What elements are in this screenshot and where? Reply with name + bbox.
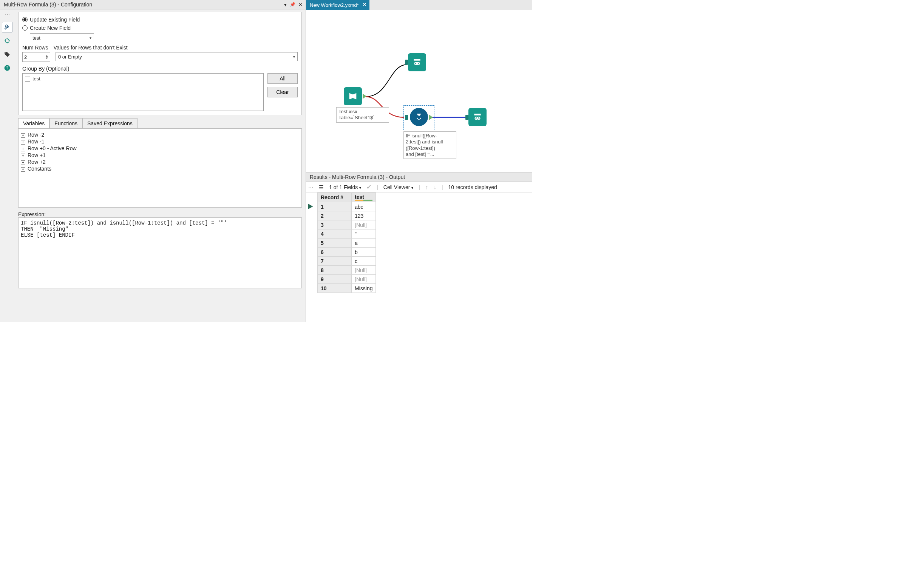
all-button[interactable]: All <box>267 73 298 84</box>
cell-value[interactable]: " <box>352 229 376 239</box>
numrows-label: Num Rows <box>22 45 48 51</box>
dropdown-icon[interactable]: ▾ <box>284 2 287 8</box>
multirow-formula-tool[interactable] <box>410 108 428 126</box>
results-table[interactable]: Record # test 1abc21233[Null]4"5a6b7c8[N… <box>317 192 376 293</box>
results-title: Results - Multi-Row Formula (3) - Output <box>306 172 532 182</box>
multirow-tool-label: IF isnull([Row- 2:test]) and isnull ([Ro… <box>403 131 456 159</box>
expression-editor[interactable]: IF isnull([Row-2:test]) and isnull([Row-… <box>18 217 302 288</box>
column-header-record[interactable]: Record # <box>318 193 352 202</box>
cell-value[interactable]: a <box>352 239 376 248</box>
expression-label: Expression: <box>18 211 302 217</box>
anchor-in-icon <box>405 115 408 120</box>
tag-icon[interactable] <box>2 49 12 60</box>
close-tab-icon[interactable]: ✕ <box>363 2 366 7</box>
expand-icon[interactable]: + <box>21 147 25 151</box>
chevron-down-icon: ▾ <box>90 36 91 40</box>
row-number: 9 <box>318 275 352 284</box>
list-icon[interactable]: ☰ <box>319 184 324 190</box>
table-row[interactable]: 7c <box>318 257 376 266</box>
help-icon[interactable]: ? <box>2 63 12 73</box>
tree-node[interactable]: +Row +0 - Active Row <box>21 145 299 151</box>
groupby-item[interactable]: test <box>25 76 261 82</box>
tab-saved-expressions[interactable]: Saved Expressions <box>82 118 138 128</box>
groupby-listbox[interactable]: test <box>22 73 264 111</box>
sort-desc-icon[interactable]: ↓ <box>433 184 436 190</box>
expand-icon[interactable]: + <box>21 140 25 145</box>
cell-value[interactable]: [Null] <box>352 220 376 229</box>
input-tool[interactable] <box>344 87 362 105</box>
table-row[interactable]: 10Missing <box>318 284 376 293</box>
update-existing-radio[interactable]: Update Existing Field <box>22 17 298 23</box>
table-row[interactable]: 6b <box>318 248 376 257</box>
field-dropdown[interactable]: test ▾ <box>30 33 94 42</box>
active-row-icon <box>307 202 315 211</box>
cell-value[interactable]: abc <box>352 202 376 211</box>
table-row[interactable]: 5a <box>318 239 376 248</box>
table-row[interactable]: 1abc <box>318 202 376 211</box>
cell-value[interactable]: 123 <box>352 211 376 220</box>
values-label: Values for Rows that don't Exist <box>53 45 127 51</box>
records-count: 10 records displayed <box>448 184 497 190</box>
table-row[interactable]: 9[Null] <box>318 275 376 284</box>
anchor-out-icon <box>429 115 433 120</box>
table-row[interactable]: 8[Null] <box>318 266 376 275</box>
browse-tool-right[interactable] <box>468 108 487 126</box>
cell-value[interactable]: Missing <box>352 284 376 293</box>
results-toolbar: ⋯ ☰ 1 of 1 Fields ▾ ✔ | Cell Viewer ▾ | … <box>306 182 532 192</box>
tree-node[interactable]: +Constants <box>21 166 299 172</box>
expand-icon[interactable]: + <box>21 167 25 172</box>
anchor-in-icon <box>405 60 408 65</box>
table-row[interactable]: 2123 <box>318 211 376 220</box>
checkbox-icon[interactable] <box>25 77 30 82</box>
row-number: 6 <box>318 248 352 257</box>
cell-viewer-dropdown[interactable]: Cell Viewer ▾ <box>383 184 413 190</box>
create-new-radio[interactable]: Create New Field <box>22 25 298 31</box>
left-toolstrip: ⋯ ? <box>0 9 14 322</box>
svg-text:?: ? <box>6 66 8 70</box>
sort-asc-icon[interactable]: ↑ <box>425 184 428 190</box>
numrows-value: 2 <box>24 54 27 60</box>
variables-tree[interactable]: +Row -2 +Row -1 +Row +0 - Active Row +Ro… <box>18 128 302 208</box>
kebab-icon[interactable]: ⋯ <box>5 12 10 17</box>
cell-value[interactable]: [Null] <box>352 275 376 284</box>
configuration-panel: Multi-Row Formula (3) - Configuration ▾ … <box>0 0 306 322</box>
tree-node[interactable]: +Row +2 <box>21 159 299 165</box>
radio-on-icon <box>22 17 28 22</box>
cell-value[interactable]: c <box>352 257 376 266</box>
tree-node[interactable]: +Row -1 <box>21 139 299 145</box>
expression-tabs: Variables Functions Saved Expressions <box>18 118 302 128</box>
kebab-icon[interactable]: ⋯ <box>308 184 314 190</box>
expand-icon[interactable]: + <box>21 133 25 138</box>
input-tool-label: Test.xlsx Table=`Sheet1$` <box>336 107 389 123</box>
spinner-icon[interactable]: ▲▼ <box>45 54 48 60</box>
table-row[interactable]: 4" <box>318 229 376 239</box>
check-icon[interactable]: ✔ <box>366 183 371 191</box>
fields-dropdown[interactable]: 1 of 1 Fields ▾ <box>329 184 361 190</box>
pin-icon[interactable]: 📌 <box>290 2 295 7</box>
tab-functions[interactable]: Functions <box>49 118 82 128</box>
wrench-icon[interactable] <box>2 22 12 32</box>
tree-node[interactable]: +Row -2 <box>21 132 299 138</box>
column-header-test[interactable]: test <box>352 193 376 202</box>
tab-variables[interactable]: Variables <box>18 118 49 128</box>
values-dropdown-value: 0 or Empty <box>58 54 82 60</box>
row-number: 1 <box>318 202 352 211</box>
tree-node[interactable]: +Row +1 <box>21 152 299 158</box>
row-number: 8 <box>318 266 352 275</box>
cell-value[interactable]: b <box>352 248 376 257</box>
expand-icon[interactable]: + <box>21 160 25 165</box>
document-tab[interactable]: New Workflow2.yxmd* ✕ <box>306 0 369 10</box>
cell-value[interactable]: [Null] <box>352 266 376 275</box>
browse-tool-top[interactable] <box>408 53 426 71</box>
close-icon[interactable]: ✕ <box>298 2 303 8</box>
values-not-exist-dropdown[interactable]: 0 or Empty ▾ <box>56 52 298 61</box>
expand-icon[interactable]: + <box>21 154 25 158</box>
svg-point-1 <box>5 52 6 53</box>
numrows-input[interactable]: 2 ▲▼ <box>22 52 50 62</box>
target-icon[interactable] <box>2 35 12 46</box>
table-row[interactable]: 3[Null] <box>318 220 376 229</box>
svg-point-0 <box>5 39 9 43</box>
workflow-canvas[interactable]: Test.xlsx Table=`Sheet1$` IF isnull([Row… <box>306 10 532 172</box>
anchor-in-icon <box>465 115 468 120</box>
clear-button[interactable]: Clear <box>267 87 298 97</box>
